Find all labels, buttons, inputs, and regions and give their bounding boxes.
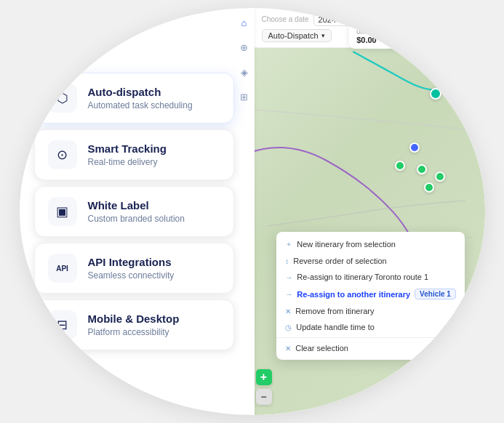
menu-label-reassign-another: Re-assign to another itinerary (297, 290, 410, 299)
main-container: ⬡ Auto-dispatch Automated task schedulin… (20, 8, 485, 415)
menu-item-new-itinerary[interactable]: ＋ New itinerary from selection (276, 235, 465, 253)
card-subtitle-auto-dispatch: Automated task scheduling (88, 100, 193, 110)
card-title-white-label: White Label (88, 199, 185, 212)
card-title-api-integrations: API Integrations (88, 256, 175, 269)
map-marker-green3[interactable] (435, 172, 445, 182)
stat-stops-value: $0.00 (384, 36, 404, 44)
card-title-auto-dispatch: Auto-dispatch (88, 86, 193, 99)
stat-volume-value: 0.00 m² (446, 36, 473, 44)
menu-item-remove[interactable]: ✕ Remove from itinerary (276, 303, 465, 319)
card-subtitle-smart-tracking: Real-time delivery (88, 157, 167, 167)
menu-item-reassign-toronto[interactable]: → Re-assign to itinerary Toronto route 1 (276, 269, 465, 285)
menu-label-update-handle: Update handle time to (296, 323, 375, 331)
pending-title: Pending Jobs (356, 17, 473, 25)
card-icon-mobile-desktop: ⊟ (48, 310, 77, 339)
card-subtitle-mobile-desktop: Platform accessibility (88, 327, 180, 337)
menu-icon-update-handle: ◷ (285, 323, 292, 331)
sidebar-grid-icon[interactable]: ◈ (237, 65, 252, 79)
card-subtitle-api-integrations: Seamless connectivity (88, 270, 175, 281)
pending-stats: 0m $0.00 0x $0.00 0x 0.00 kg 0x 0.00 m² (356, 28, 473, 44)
dispatch-label: Auto-Dispatch (268, 31, 319, 40)
card-content-smart-tracking: Smart Tracking Real-time delivery (88, 142, 167, 167)
dispatch-select[interactable]: Auto-Dispatch ▾ (262, 29, 332, 42)
menu-item-clear[interactable]: ✕ Clear selection (276, 340, 465, 356)
sidebar-home-icon[interactable]: ⌂ (237, 15, 252, 30)
menu-icon-reverse: ↕ (285, 257, 289, 265)
stat-weight: 0x 0.00 kg (411, 28, 438, 44)
menu-icon-reassign-toronto: → (285, 273, 292, 281)
card-icon-smart-tracking: ⊙ (48, 140, 77, 169)
feature-card-api-integrations[interactable]: API API Integrations Seamless connectivi… (34, 243, 234, 294)
card-icon-api-integrations: API (48, 254, 77, 283)
stat-weight-label: 0x (411, 28, 418, 36)
feature-card-auto-dispatch[interactable]: ⬡ Auto-dispatch Automated task schedulin… (34, 73, 234, 124)
left-panel: ⬡ Auto-dispatch Automated task schedulin… (20, 8, 234, 415)
add-button[interactable]: + (256, 369, 272, 385)
menu-item-update-handle[interactable]: ◷ Update handle time to (276, 319, 465, 335)
card-content-auto-dispatch: Auto-dispatch Automated task scheduling (88, 86, 193, 110)
map-marker-green2[interactable] (417, 164, 427, 174)
sidebar-layers-icon[interactable]: ⊞ (237, 89, 252, 104)
pending-dot (356, 18, 362, 24)
menu-icon-remove: ✕ (285, 307, 291, 315)
stat-distance: 0m $0.00 (356, 28, 377, 44)
stat-volume-label: 0x (446, 28, 453, 36)
card-icon-white-label: ▣ (48, 197, 77, 226)
menu-label-new-itinerary: New itinerary from selection (297, 240, 396, 249)
card-subtitle-white-label: Custom branded solution (88, 214, 185, 224)
menu-label-clear: Clear selection (295, 344, 348, 352)
card-content-white-label: White Label Custom branded solution (88, 199, 185, 224)
menu-label-reverse: Reverse order of selection (293, 257, 386, 265)
minus-button[interactable]: − (256, 389, 272, 405)
right-panel: ⌂ ⊕ ◈ ⊞ Choose a date 2024-03-20 📅 Auto-… (234, 8, 485, 415)
menu-icon-reassign-another: → (285, 290, 292, 298)
vehicle-badge: Vehicle 1 (415, 289, 456, 299)
map-marker-green1[interactable] (395, 161, 405, 171)
map-marker-blue1[interactable] (409, 142, 420, 153)
outer-circle: ⬡ Auto-dispatch Automated task schedulin… (20, 8, 485, 415)
card-title-mobile-desktop: Mobile & Desktop (88, 313, 180, 326)
menu-icon-clear: ✕ (285, 345, 291, 352)
bottom-buttons: + − (256, 369, 272, 405)
stat-distance-value: $0.00 (356, 36, 377, 44)
pending-jobs-panel: Pending Jobs 0m $0.00 0x $0.00 0x 0.00 k… (349, 12, 480, 49)
feature-card-smart-tracking[interactable]: ⊙ Smart Tracking Real-time delivery (34, 129, 234, 180)
stat-weight-value: 0.00 kg (411, 36, 438, 44)
card-content-mobile-desktop: Mobile & Desktop Platform accessibility (88, 313, 180, 337)
menu-item-reverse[interactable]: ↕ Reverse order of selection (276, 253, 465, 269)
stat-volume: 0x 0.00 m² (446, 28, 473, 44)
menu-icon-new: ＋ (285, 239, 292, 249)
map-marker-teal[interactable] (430, 88, 441, 100)
stat-stops-label: 0x (384, 28, 391, 36)
context-menu: ＋ New itinerary from selection ↕ Reverse… (276, 232, 465, 360)
stat-distance-label: 0m (356, 28, 366, 36)
chevron-down-icon: ▾ (321, 32, 325, 39)
menu-divider (276, 337, 465, 338)
menu-label-reassign-toronto: Re-assign to itinerary Toronto route 1 (297, 273, 428, 281)
card-icon-auto-dispatch: ⬡ (48, 84, 77, 113)
card-title-smart-tracking: Smart Tracking (88, 142, 167, 156)
menu-item-reassign-another[interactable]: → Re-assign to another itinerary Vehicle… (276, 285, 465, 303)
feature-card-white-label[interactable]: ▣ White Label Custom branded solution (34, 186, 234, 237)
sidebar-strip: ⌂ ⊕ ◈ ⊞ (234, 8, 255, 415)
sidebar-add-icon[interactable]: ⊕ (237, 40, 252, 55)
feature-card-mobile-desktop[interactable]: ⊟ Mobile & Desktop Platform accessibilit… (34, 299, 234, 350)
menu-label-remove: Remove from itinerary (295, 307, 374, 315)
stat-stops: 0x $0.00 (384, 28, 404, 44)
card-content-api-integrations: API Integrations Seamless connectivity (88, 256, 175, 281)
map-marker-green4[interactable] (424, 182, 434, 193)
date-label: Choose a date (262, 15, 309, 23)
